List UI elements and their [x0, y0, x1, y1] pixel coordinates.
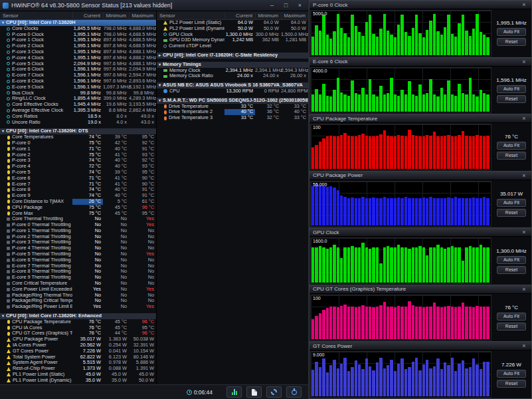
close-icon[interactable]: ×: [520, 172, 528, 179]
sensor-row[interactable]: Total System Power62.822 W6.123 W80.146 …: [0, 354, 156, 360]
sensor-row[interactable]: Uncore Ratio19.0 x4.0 x43.0 x: [0, 120, 156, 126]
minimize-button[interactable]: –: [266, 1, 278, 10]
sensor-row[interactable]: Core Power Limit ExceededYesNoYes: [0, 287, 156, 293]
sensor-row[interactable]: E-core 874 °C40 °C91 °C: [0, 187, 156, 193]
sensor-row[interactable]: CPU IA Cores76 °C45 °C95 °C: [0, 325, 156, 331]
chevron-down-icon[interactable]: ▾: [157, 62, 163, 68]
chevron-down-icon[interactable]: ▾: [0, 20, 6, 26]
section-header[interactable]: ▾CPU [#0]: Intel Core i7-13620H: Enhance…: [0, 313, 156, 319]
sensor-row[interactable]: PL2 Power Limit (Static)64.0 W64.0 W64.0…: [157, 20, 308, 26]
auto-fit-button[interactable]: Auto Fit: [497, 199, 526, 207]
titlebar[interactable]: HWiNFO® 64 v8.30-5800 Sensor Status [213…: [0, 0, 308, 11]
sensor-row[interactable]: Core Temperatures74 °C39 °C95 °C: [0, 134, 156, 140]
sensor-row[interactable]: Package/Ring Thermal ThrottlingNoNoNo: [0, 293, 156, 299]
chevron-down-icon[interactable]: ▾: [0, 313, 6, 319]
sensor-row[interactable]: P-core 1 Thermal ThrottlingNoNoNo: [0, 228, 156, 234]
sensor-row[interactable]: P-core 374 °C40 °C92 °C: [0, 158, 156, 164]
chevron-right-icon[interactable]: ▸: [157, 53, 163, 59]
close-icon[interactable]: ×: [520, 229, 528, 235]
close-icon[interactable]: ×: [520, 59, 528, 65]
close-button[interactable]: ×: [294, 1, 306, 10]
sensor-row[interactable]: E-core 7 Thermal ThrottlingNoNoNo: [0, 263, 156, 269]
power-button[interactable]: [286, 386, 302, 398]
sensor-row[interactable]: Drive Temperature 240 °C36 °C40 °C: [157, 109, 308, 115]
sensor-row[interactable]: E-core 771 °C41 °C90 °C: [0, 182, 156, 188]
settings-button[interactable]: [266, 386, 282, 398]
chevron-down-icon[interactable]: ▾: [157, 98, 163, 104]
sensor-row[interactable]: E-core 8 Thermal ThrottlingNoNoNo: [0, 269, 156, 275]
chevron-down-icon[interactable]: ▾: [157, 82, 163, 88]
sensor-row[interactable]: E-core 9 Thermal ThrottlingNoNoNo: [0, 275, 156, 281]
sensor-row[interactable]: Average Effective Clock1,395.3 MHz8.6 MH…: [0, 108, 156, 114]
sensor-row[interactable]: P-core 5 Thermal ThrottlingNoNoYes: [0, 251, 156, 257]
report-button[interactable]: [246, 386, 262, 398]
reset-button[interactable]: Reset: [497, 323, 526, 331]
sensor-row[interactable]: PL1 Power Limit (Dynamic)35.0 W35.0 W50.…: [0, 378, 156, 384]
graph-titlebar[interactable]: E-core 6 Clock×: [310, 58, 531, 66]
sensor-row[interactable]: CPU Package Power35.017 W1.363 W50.038 W: [0, 336, 156, 342]
sensor-row[interactable]: GT Cores Power7.226 W0.041 W10.154 W: [0, 348, 156, 354]
graph-titlebar[interactable]: P-core 0 Clock×: [310, 1, 531, 9]
sensor-row[interactable]: Core Ratios18.5 x8.0 x49.0 x: [0, 114, 156, 120]
sensor-row[interactable]: P-core 2 Thermal ThrottlingNoNoNo: [0, 234, 156, 240]
sensor-row[interactable]: PL1 Power Limit (Static)45.0 W45.0 W45.0…: [0, 372, 156, 378]
close-icon[interactable]: ×: [520, 1, 528, 8]
sensor-row[interactable]: Core Critical TemperatureNoNoNo: [0, 281, 156, 287]
auto-fit-button[interactable]: Auto Fit: [497, 256, 526, 264]
auto-fit-button[interactable]: Auto Fit: [497, 28, 526, 36]
sensor-row[interactable]: P-core 472 °C40 °C93 °C: [0, 164, 156, 170]
sensor-row[interactable]: P-core 275 °C41 °C93 °C: [0, 152, 156, 158]
sensor-row[interactable]: E-core 671 °C41 °C90 °C: [0, 176, 156, 182]
section-header[interactable]: ▾CPU [#0]: Intel Core i7-13620H: DTS: [0, 128, 156, 134]
sensor-row[interactable]: P-core 574 °C39 °C95 °C: [0, 170, 156, 176]
sensor-row[interactable]: P-core 3 Thermal ThrottlingNoNoNo: [0, 239, 156, 245]
sensor-row[interactable]: E-core 9 Clock1,596.1 MHz1,097.3 MHz3,19…: [0, 84, 156, 90]
auto-fit-button[interactable]: Auto Fit: [497, 313, 526, 321]
graph-titlebar[interactable]: CPU GT Cores (Graphics) Temperature×: [310, 285, 531, 294]
auto-fit-button[interactable]: Auto Fit: [497, 142, 526, 150]
sensor-row[interactable]: IA Cores Power20.562 W0.254 W32.391 W: [0, 342, 156, 348]
graph-titlebar[interactable]: GT Cores Power×: [310, 342, 531, 350]
sensor-row[interactable]: CPU13,300 RPM0 RPM24,800 RPM: [157, 88, 308, 94]
sensor-row[interactable]: P-core 075 °C42 °C92 °C: [0, 140, 156, 146]
sensor-row[interactable]: CPU GT Cores (Graphics) Temper...76 °C44…: [0, 331, 156, 336]
reset-button[interactable]: Reset: [497, 266, 526, 274]
sensor-row[interactable]: CPU Package Temperature76 °C45 °C96 °C: [0, 319, 156, 325]
sensor-row[interactable]: CPU Package75 °C45 °C96 °C: [0, 205, 156, 211]
graph-toolbar-button[interactable]: [226, 386, 242, 398]
sensor-row[interactable]: Rest-of-Chip Power1.373 W0.088 W1.391 W: [0, 366, 156, 372]
reset-button[interactable]: Reset: [497, 209, 526, 217]
graph-titlebar[interactable]: CPU Package Power×: [310, 172, 531, 180]
reset-button[interactable]: Reset: [497, 380, 526, 388]
sensor-row[interactable]: E-core 6 Thermal ThrottlingNoNoNo: [0, 257, 156, 263]
sensor-row[interactable]: Core Thermal ThrottlingNoNoYes: [0, 216, 156, 222]
sensor-row[interactable]: Core Max75 °C45 °C95 °C: [0, 211, 156, 217]
sensor-row[interactable]: Memory Clock2,394.1 MHz2,394.1 MHz2,594.…: [157, 68, 308, 74]
sensor-row[interactable]: System Agent Power5.515 W0.978 W5.886 W: [0, 360, 156, 366]
sensor-row[interactable]: P-core 4 Thermal ThrottlingNoNoNo: [0, 245, 156, 251]
sensor-row[interactable]: P-core 171 °C40 °C91 °C: [0, 146, 156, 152]
graph-titlebar[interactable]: CPU Package Temperature×: [310, 114, 531, 123]
auto-fit-button[interactable]: Auto Fit: [497, 85, 526, 93]
sensor-row[interactable]: Drive Temperature 333 °C32 °C33 °C: [157, 115, 308, 121]
close-icon[interactable]: ×: [520, 342, 528, 349]
sensor-row[interactable]: Drive Temperature33 °C32 °C33 °C: [157, 104, 308, 110]
sensor-row[interactable]: E-core 974 °C40 °C91 °C: [0, 193, 156, 199]
reset-button[interactable]: Reset: [497, 38, 526, 46]
sensor-row[interactable]: Current cTDP Level: [157, 43, 308, 49]
sensor-row[interactable]: Memory Clock Ratio24.00 x24.00 x26.00 x: [157, 73, 308, 79]
section-header[interactable]: ▾S.M.A.R.T.: WD PC SN5000S SDEQNSJ-512G-…: [157, 98, 308, 104]
sensor-row[interactable]: Package/Ring Power Limit Exce...YesNoYes: [0, 304, 156, 310]
chevron-down-icon[interactable]: ▾: [0, 128, 6, 134]
sensor-row[interactable]: Core Distance to TjMAX26 °C5 °C61 °C: [0, 199, 156, 205]
close-icon[interactable]: ×: [520, 286, 528, 293]
sensor-row[interactable]: P-core 0 Thermal ThrottlingNoNoYes: [0, 222, 156, 228]
reset-button[interactable]: Reset: [497, 95, 526, 103]
section-header[interactable]: ▸CPU [#0]: Intel Core i7-13620H: C-State…: [157, 53, 308, 59]
close-icon[interactable]: ×: [520, 115, 528, 122]
sensor-row[interactable]: GPU D3D Memory Dynamic1,242 MB362 MB1,28…: [157, 37, 308, 43]
graph-titlebar[interactable]: GPU Clock×: [310, 228, 531, 237]
auto-fit-button[interactable]: Auto Fit: [497, 370, 526, 378]
maximize-button[interactable]: □: [280, 1, 292, 10]
sensor-row[interactable]: Package/Ring Critical TemperatureNoNoNo: [0, 298, 156, 304]
